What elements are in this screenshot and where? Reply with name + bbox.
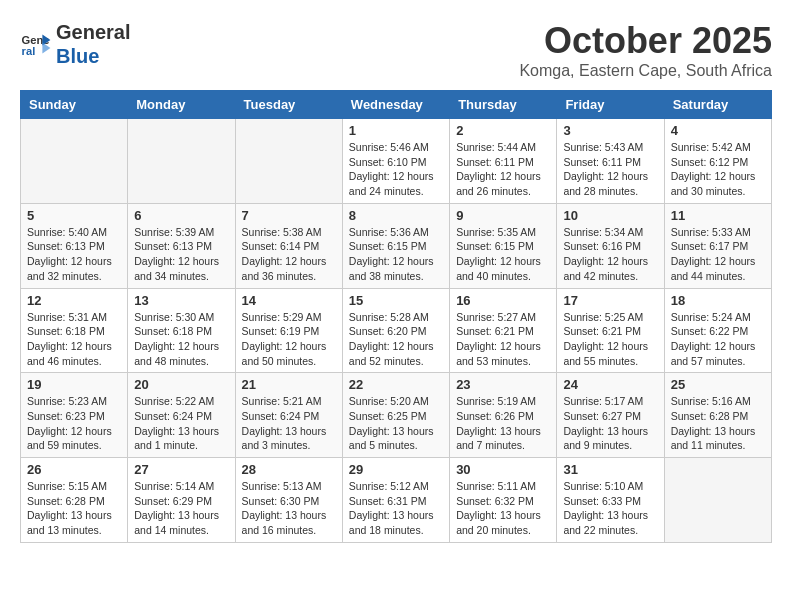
- day-number: 16: [456, 293, 550, 308]
- day-number: 17: [563, 293, 657, 308]
- calendar-cell: [664, 458, 771, 543]
- day-number: 1: [349, 123, 443, 138]
- calendar-cell: 15Sunrise: 5:28 AM Sunset: 6:20 PM Dayli…: [342, 288, 449, 373]
- day-number: 5: [27, 208, 121, 223]
- day-number: 20: [134, 377, 228, 392]
- day-number: 22: [349, 377, 443, 392]
- day-number: 7: [242, 208, 336, 223]
- calendar-week-row: 5Sunrise: 5:40 AM Sunset: 6:13 PM Daylig…: [21, 203, 772, 288]
- day-number: 9: [456, 208, 550, 223]
- weekday-header-wednesday: Wednesday: [342, 91, 449, 119]
- location-subtitle: Komga, Eastern Cape, South Africa: [519, 62, 772, 80]
- day-info: Sunrise: 5:33 AM Sunset: 6:17 PM Dayligh…: [671, 225, 765, 284]
- calendar-week-row: 26Sunrise: 5:15 AM Sunset: 6:28 PM Dayli…: [21, 458, 772, 543]
- day-number: 18: [671, 293, 765, 308]
- calendar-cell: 16Sunrise: 5:27 AM Sunset: 6:21 PM Dayli…: [450, 288, 557, 373]
- calendar-cell: [235, 119, 342, 204]
- calendar-cell: 3Sunrise: 5:43 AM Sunset: 6:11 PM Daylig…: [557, 119, 664, 204]
- day-info: Sunrise: 5:29 AM Sunset: 6:19 PM Dayligh…: [242, 310, 336, 369]
- day-number: 31: [563, 462, 657, 477]
- calendar-cell: 2Sunrise: 5:44 AM Sunset: 6:11 PM Daylig…: [450, 119, 557, 204]
- calendar-cell: 29Sunrise: 5:12 AM Sunset: 6:31 PM Dayli…: [342, 458, 449, 543]
- day-info: Sunrise: 5:34 AM Sunset: 6:16 PM Dayligh…: [563, 225, 657, 284]
- calendar-week-row: 19Sunrise: 5:23 AM Sunset: 6:23 PM Dayli…: [21, 373, 772, 458]
- day-info: Sunrise: 5:10 AM Sunset: 6:33 PM Dayligh…: [563, 479, 657, 538]
- weekday-header-thursday: Thursday: [450, 91, 557, 119]
- calendar-cell: 30Sunrise: 5:11 AM Sunset: 6:32 PM Dayli…: [450, 458, 557, 543]
- day-number: 2: [456, 123, 550, 138]
- day-info: Sunrise: 5:24 AM Sunset: 6:22 PM Dayligh…: [671, 310, 765, 369]
- calendar-cell: 24Sunrise: 5:17 AM Sunset: 6:27 PM Dayli…: [557, 373, 664, 458]
- day-number: 25: [671, 377, 765, 392]
- calendar-cell: 5Sunrise: 5:40 AM Sunset: 6:13 PM Daylig…: [21, 203, 128, 288]
- calendar-cell: 20Sunrise: 5:22 AM Sunset: 6:24 PM Dayli…: [128, 373, 235, 458]
- day-info: Sunrise: 5:23 AM Sunset: 6:23 PM Dayligh…: [27, 394, 121, 453]
- day-number: 13: [134, 293, 228, 308]
- day-number: 21: [242, 377, 336, 392]
- day-number: 8: [349, 208, 443, 223]
- calendar-cell: [128, 119, 235, 204]
- day-info: Sunrise: 5:44 AM Sunset: 6:11 PM Dayligh…: [456, 140, 550, 199]
- calendar-cell: 27Sunrise: 5:14 AM Sunset: 6:29 PM Dayli…: [128, 458, 235, 543]
- day-info: Sunrise: 5:20 AM Sunset: 6:25 PM Dayligh…: [349, 394, 443, 453]
- calendar-cell: 13Sunrise: 5:30 AM Sunset: 6:18 PM Dayli…: [128, 288, 235, 373]
- day-info: Sunrise: 5:11 AM Sunset: 6:32 PM Dayligh…: [456, 479, 550, 538]
- day-info: Sunrise: 5:25 AM Sunset: 6:21 PM Dayligh…: [563, 310, 657, 369]
- day-number: 15: [349, 293, 443, 308]
- calendar-cell: 21Sunrise: 5:21 AM Sunset: 6:24 PM Dayli…: [235, 373, 342, 458]
- day-number: 19: [27, 377, 121, 392]
- weekday-header-sunday: Sunday: [21, 91, 128, 119]
- day-info: Sunrise: 5:35 AM Sunset: 6:15 PM Dayligh…: [456, 225, 550, 284]
- logo-text-general: General: [56, 20, 130, 44]
- calendar-week-row: 1Sunrise: 5:46 AM Sunset: 6:10 PM Daylig…: [21, 119, 772, 204]
- day-info: Sunrise: 5:38 AM Sunset: 6:14 PM Dayligh…: [242, 225, 336, 284]
- day-number: 4: [671, 123, 765, 138]
- calendar-cell: 14Sunrise: 5:29 AM Sunset: 6:19 PM Dayli…: [235, 288, 342, 373]
- calendar-cell: 12Sunrise: 5:31 AM Sunset: 6:18 PM Dayli…: [21, 288, 128, 373]
- calendar-cell: 22Sunrise: 5:20 AM Sunset: 6:25 PM Dayli…: [342, 373, 449, 458]
- calendar-cell: 4Sunrise: 5:42 AM Sunset: 6:12 PM Daylig…: [664, 119, 771, 204]
- weekday-header-monday: Monday: [128, 91, 235, 119]
- day-info: Sunrise: 5:30 AM Sunset: 6:18 PM Dayligh…: [134, 310, 228, 369]
- day-info: Sunrise: 5:22 AM Sunset: 6:24 PM Dayligh…: [134, 394, 228, 453]
- day-info: Sunrise: 5:42 AM Sunset: 6:12 PM Dayligh…: [671, 140, 765, 199]
- day-info: Sunrise: 5:14 AM Sunset: 6:29 PM Dayligh…: [134, 479, 228, 538]
- day-number: 27: [134, 462, 228, 477]
- day-info: Sunrise: 5:27 AM Sunset: 6:21 PM Dayligh…: [456, 310, 550, 369]
- day-info: Sunrise: 5:15 AM Sunset: 6:28 PM Dayligh…: [27, 479, 121, 538]
- day-number: 26: [27, 462, 121, 477]
- calendar-cell: 19Sunrise: 5:23 AM Sunset: 6:23 PM Dayli…: [21, 373, 128, 458]
- day-info: Sunrise: 5:40 AM Sunset: 6:13 PM Dayligh…: [27, 225, 121, 284]
- calendar-cell: 9Sunrise: 5:35 AM Sunset: 6:15 PM Daylig…: [450, 203, 557, 288]
- day-number: 28: [242, 462, 336, 477]
- day-info: Sunrise: 5:16 AM Sunset: 6:28 PM Dayligh…: [671, 394, 765, 453]
- calendar-cell: 25Sunrise: 5:16 AM Sunset: 6:28 PM Dayli…: [664, 373, 771, 458]
- day-info: Sunrise: 5:31 AM Sunset: 6:18 PM Dayligh…: [27, 310, 121, 369]
- calendar-cell: 10Sunrise: 5:34 AM Sunset: 6:16 PM Dayli…: [557, 203, 664, 288]
- calendar-cell: 17Sunrise: 5:25 AM Sunset: 6:21 PM Dayli…: [557, 288, 664, 373]
- day-number: 30: [456, 462, 550, 477]
- calendar-cell: 6Sunrise: 5:39 AM Sunset: 6:13 PM Daylig…: [128, 203, 235, 288]
- day-info: Sunrise: 5:36 AM Sunset: 6:15 PM Dayligh…: [349, 225, 443, 284]
- calendar-cell: 31Sunrise: 5:10 AM Sunset: 6:33 PM Dayli…: [557, 458, 664, 543]
- weekday-header-saturday: Saturday: [664, 91, 771, 119]
- day-number: 29: [349, 462, 443, 477]
- calendar-cell: 8Sunrise: 5:36 AM Sunset: 6:15 PM Daylig…: [342, 203, 449, 288]
- day-number: 24: [563, 377, 657, 392]
- day-number: 6: [134, 208, 228, 223]
- calendar-cell: 11Sunrise: 5:33 AM Sunset: 6:17 PM Dayli…: [664, 203, 771, 288]
- day-number: 23: [456, 377, 550, 392]
- calendar-table: SundayMondayTuesdayWednesdayThursdayFrid…: [20, 90, 772, 543]
- title-section: October 2025 Komga, Eastern Cape, South …: [519, 20, 772, 80]
- calendar-cell: 23Sunrise: 5:19 AM Sunset: 6:26 PM Dayli…: [450, 373, 557, 458]
- calendar-cell: 26Sunrise: 5:15 AM Sunset: 6:28 PM Dayli…: [21, 458, 128, 543]
- day-info: Sunrise: 5:46 AM Sunset: 6:10 PM Dayligh…: [349, 140, 443, 199]
- logo-icon: Gene ral: [20, 28, 52, 60]
- day-number: 3: [563, 123, 657, 138]
- day-number: 14: [242, 293, 336, 308]
- page-header: Gene ral General Blue October 2025 Komga…: [20, 20, 772, 80]
- calendar-cell: 18Sunrise: 5:24 AM Sunset: 6:22 PM Dayli…: [664, 288, 771, 373]
- day-number: 10: [563, 208, 657, 223]
- day-info: Sunrise: 5:17 AM Sunset: 6:27 PM Dayligh…: [563, 394, 657, 453]
- svg-text:ral: ral: [22, 45, 36, 57]
